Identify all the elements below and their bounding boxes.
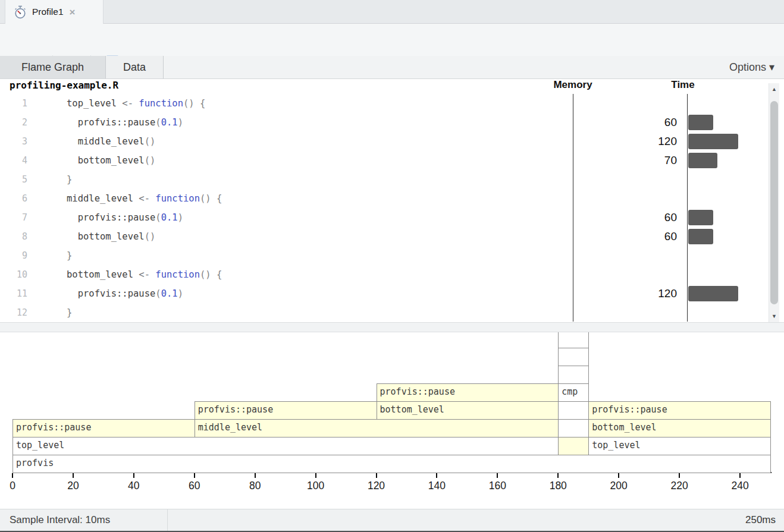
- status-bar: Sample Interval: 10ms 250ms: [0, 509, 784, 531]
- tab-data[interactable]: Data: [106, 56, 164, 78]
- code-text: bottom_level <- function() {: [67, 265, 222, 284]
- flame-block[interactable]: profvis::pause: [12, 419, 195, 437]
- time-value: 60: [607, 113, 677, 132]
- flame-block-label: bottom_level: [592, 422, 656, 433]
- tab-title: Profile1: [32, 7, 64, 17]
- axis-tick-label: 220: [661, 480, 697, 492]
- axis-tick: [436, 473, 437, 478]
- time-value: 60: [607, 208, 677, 227]
- flame-block-label: profvis::pause: [16, 422, 91, 433]
- time-bar: [688, 134, 738, 149]
- panel-divider[interactable]: [0, 322, 784, 332]
- flame-block[interactable]: bottom_level: [377, 401, 559, 420]
- scrollbar-thumb[interactable]: [770, 101, 778, 304]
- code-line[interactable]: 10bottom_level <- function() {: [0, 265, 784, 284]
- axis-tick: [739, 473, 741, 478]
- axis-tick: [679, 473, 680, 478]
- tab-close-icon[interactable]: ×: [70, 7, 76, 17]
- time-bar: [688, 153, 717, 168]
- line-number: 5: [0, 170, 27, 189]
- flame-block-label: top_level: [592, 440, 640, 451]
- axis-tick: [315, 473, 316, 478]
- flame-block[interactable]: [558, 437, 589, 455]
- flame-block[interactable]: profvis::pause: [588, 401, 771, 420]
- code-line[interactable]: 9}: [0, 246, 784, 265]
- line-number: 12: [0, 303, 27, 322]
- flame-block-label: profvis::pause: [198, 404, 273, 415]
- code-line[interactable]: 8 bottom_level()60: [0, 227, 784, 246]
- line-number: 1: [0, 94, 27, 113]
- axis-tick: [497, 473, 498, 478]
- axis-tick: [73, 473, 74, 478]
- line-number: 9: [0, 246, 27, 265]
- code-text: bottom_level(): [67, 227, 155, 246]
- code-line[interactable]: 4 bottom_level()70: [0, 151, 784, 170]
- flame-block[interactable]: [558, 401, 589, 420]
- axis-tick: [12, 473, 13, 478]
- flame-block[interactable]: profvis::pause: [377, 383, 559, 402]
- axis-tick-label: 180: [540, 480, 576, 492]
- code-line[interactable]: 3 middle_level()120: [0, 132, 784, 151]
- line-number: 2: [0, 113, 27, 132]
- flame-block[interactable]: profvis::pause: [195, 401, 377, 420]
- scrollbar-up-icon[interactable]: ▲: [769, 83, 779, 95]
- axis-tick: [557, 473, 559, 478]
- stopwatch-icon: [14, 5, 27, 19]
- code-text: }: [67, 303, 72, 322]
- flame-block[interactable]: middle_level: [195, 419, 559, 437]
- code-text: middle_level <- function() {: [67, 189, 222, 208]
- code-line[interactable]: 7 profvis::pause(0.1)60: [0, 208, 784, 227]
- time-bar: [688, 210, 713, 225]
- code-line[interactable]: 1top_level <- function() {: [0, 94, 784, 113]
- flame-block[interactable]: [558, 366, 589, 384]
- code-line[interactable]: 2 profvis::pause(0.1)60: [0, 113, 784, 132]
- source-filename: profiling-example.R: [10, 80, 118, 91]
- flame-block[interactable]: [558, 348, 589, 366]
- flame-block-label: profvis: [16, 458, 54, 468]
- flame-block-label: middle_level: [198, 422, 262, 433]
- time-value: 120: [607, 284, 677, 303]
- axis-tick: [194, 473, 195, 478]
- scrollbar-down-icon[interactable]: ▼: [769, 310, 779, 322]
- flame-block[interactable]: bottom_level: [588, 419, 771, 437]
- flame-block-label: profvis::pause: [592, 404, 667, 415]
- flame-block[interactable]: cmp: [558, 383, 589, 402]
- line-number: 7: [0, 208, 27, 227]
- flame-block[interactable]: profvis: [12, 455, 771, 473]
- flame-graph-panel: profvistop_leveltop_levelprofvis::pausem…: [0, 332, 784, 509]
- tab-profile1[interactable]: Profile1 ×: [5, 0, 104, 24]
- flame-block[interactable]: [558, 419, 589, 437]
- axis-tick-label: 240: [722, 480, 758, 492]
- total-time-label: 250ms: [745, 509, 776, 531]
- axis-tick-label: 160: [479, 480, 515, 492]
- line-number: 8: [0, 227, 27, 246]
- options-menu[interactable]: Options ▾: [729, 56, 774, 78]
- axis-tick-label: 80: [237, 480, 273, 492]
- tab-flame-graph[interactable]: Flame Graph: [0, 56, 106, 78]
- code-text: top_level <- function() {: [67, 94, 205, 113]
- time-value: 70: [607, 151, 677, 170]
- line-number: 11: [0, 284, 27, 303]
- code-line[interactable]: 5}: [0, 170, 784, 189]
- code-scrollbar[interactable]: ▲ ▼: [769, 83, 779, 322]
- axis-tick-label: 140: [419, 480, 454, 492]
- axis-tick: [255, 473, 256, 478]
- flame-block-label: cmp: [562, 386, 578, 397]
- code-line[interactable]: 6middle_level <- function() {: [0, 189, 784, 208]
- code-text: bottom_level(): [67, 151, 155, 170]
- code-line[interactable]: 12}: [0, 303, 784, 322]
- flame-block-label: top_level: [16, 440, 64, 451]
- flame-block[interactable]: [558, 332, 589, 348]
- axis-tick: [376, 473, 377, 478]
- axis-tick-label: 100: [298, 480, 334, 492]
- view-tab-bar: Flame Graph Data Options ▾: [0, 56, 784, 79]
- flame-block[interactable]: top_level: [588, 437, 771, 455]
- line-number: 3: [0, 132, 27, 151]
- code-line[interactable]: 11 profvis::pause(0.1)120: [0, 284, 784, 303]
- code-text: }: [67, 246, 72, 265]
- flame-block[interactable]: top_level: [12, 437, 559, 455]
- toolbar: Publish: [0, 24, 784, 56]
- code-panel: profiling-example.R Memory Time 1top_lev…: [0, 79, 784, 322]
- axis-tick: [133, 473, 134, 478]
- axis-tick-label: 60: [177, 480, 212, 492]
